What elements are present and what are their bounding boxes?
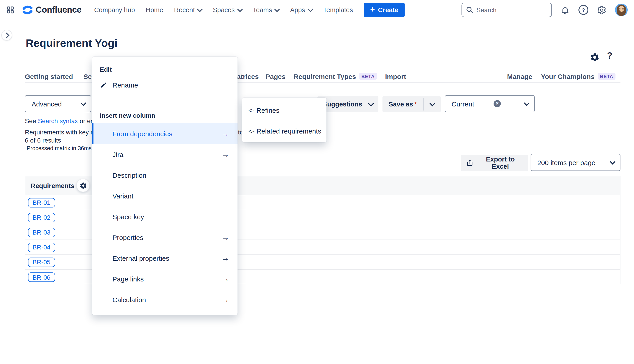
search-syntax-hint: See Search syntax or enter — [25, 117, 93, 126]
search-syntax-link[interactable]: Search syntax — [38, 117, 78, 124]
confluence-mark-icon — [22, 4, 34, 16]
arrow-right-icon: → — [221, 295, 229, 304]
tab-getting-started[interactable]: Getting started — [25, 72, 73, 80]
global-search — [462, 3, 552, 17]
chevron-down-icon — [197, 6, 203, 12]
requirement-key-link[interactable]: BR-05 — [28, 257, 55, 267]
confluence-logo[interactable]: Confluence — [22, 4, 82, 16]
chevron-down-icon — [368, 100, 374, 106]
menu-divider — [92, 105, 238, 105]
sidebar-expand-button[interactable] — [1, 30, 12, 40]
app-settings-gear-icon[interactable] — [590, 52, 600, 64]
menu-item-page-links[interactable]: Page links → — [92, 268, 238, 289]
nav-item-spaces[interactable]: Spaces — [213, 6, 242, 14]
nav-item-home[interactable]: Home — [146, 6, 163, 14]
arrow-right-icon: → — [221, 232, 229, 242]
arrow-right-icon: → — [221, 253, 229, 263]
baseline-select[interactable]: Current × — [445, 95, 535, 112]
tab-manage[interactable]: Manage — [507, 72, 532, 80]
menu-item-jira[interactable]: Jira → — [92, 144, 238, 165]
search-icon — [466, 6, 474, 16]
suggestions-button[interactable]: Suggestions — [317, 96, 378, 112]
requirement-key-link[interactable]: BR-04 — [28, 242, 55, 252]
menu-item-calculation[interactable]: Calculation → — [92, 289, 238, 310]
beta-badge: BETA — [598, 73, 615, 80]
menu-section-edit: Edit — [100, 66, 112, 73]
arrow-right-icon: → — [221, 150, 229, 159]
app-help-icon[interactable]: ? — [607, 50, 612, 61]
nav-item-templates[interactable]: Templates — [323, 6, 353, 14]
nav-right-group: ? — [462, 3, 628, 17]
dependencies-submenu: <- Refines <- Related requirements — [242, 98, 326, 142]
menu-section-insert-new-column: Insert new column — [100, 112, 155, 119]
create-button[interactable]: + Create — [364, 3, 405, 17]
save-as-split-button: Save as * — [382, 96, 441, 112]
tab-bar-middle: Pages Requirement TypesBETA Import — [266, 71, 406, 82]
plus-icon: + — [370, 6, 375, 14]
export-to-excel-button[interactable]: Export to Excel — [461, 155, 528, 171]
chevron-down-icon — [524, 100, 529, 106]
export-icon — [466, 159, 474, 167]
matrix-timing: Processed matrix in 36ms — [27, 145, 92, 152]
submenu-item-refines[interactable]: <- Refines — [242, 100, 326, 120]
column-settings-gear-button[interactable] — [77, 179, 89, 192]
arrow-right-icon: → — [221, 129, 229, 138]
help-icon[interactable]: ? — [578, 5, 588, 15]
notifications-bell-icon[interactable] — [560, 5, 570, 15]
requirement-key-link[interactable]: BR-03 — [28, 228, 55, 237]
search-input[interactable] — [462, 3, 552, 17]
chevron-down-icon — [429, 100, 435, 106]
menu-item-external-properties[interactable]: External properties → — [92, 248, 238, 268]
confluence-app: Confluence Company hub Home Recent Space… — [0, 0, 634, 364]
requirement-key-link[interactable]: BR-06 — [28, 272, 55, 282]
requirement-key-link[interactable]: BR-02 — [28, 213, 55, 222]
requirement-key-link[interactable]: BR-01 — [28, 198, 55, 207]
top-navigation-bar: Confluence Company hub Home Recent Space… — [0, 0, 634, 20]
nav-item-apps[interactable]: Apps — [290, 6, 312, 14]
chevron-down-icon — [80, 100, 86, 106]
chevron-right-icon — [4, 32, 9, 38]
nav-item-recent[interactable]: Recent — [174, 6, 202, 14]
user-avatar[interactable] — [615, 4, 628, 16]
results-summary-clipped: Requirements with key ma — [25, 128, 93, 137]
tab-pages[interactable]: Pages — [266, 72, 285, 80]
beta-badge: BETA — [359, 73, 377, 80]
chevron-down-icon — [274, 6, 280, 12]
sidebar-divider — [7, 22, 7, 364]
menu-item-rename[interactable]: Rename — [92, 77, 238, 93]
results-count: 6 of 6 results — [25, 137, 61, 144]
chevron-down-icon — [237, 6, 243, 12]
page-size-select[interactable]: 200 items per page — [531, 154, 620, 171]
arrow-right-icon: → — [221, 274, 229, 284]
app-switcher-icon[interactable] — [6, 6, 15, 14]
chevron-down-icon — [307, 6, 313, 12]
menu-item-from-dependencies[interactable]: From dependencies → — [92, 123, 238, 144]
menu-item-description[interactable]: Description — [92, 165, 238, 186]
submenu-item-related-requirements[interactable]: <- Related requirements — [242, 120, 326, 141]
nav-left-group: Confluence Company hub Home Recent Space… — [6, 3, 405, 17]
avatar-glasses — [619, 8, 624, 10]
save-as-dropdown-button[interactable] — [424, 96, 441, 112]
menu-item-space-key[interactable]: Space key — [92, 206, 238, 227]
save-as-button[interactable]: Save as * — [382, 96, 423, 112]
menu-item-variant[interactable]: Variant — [92, 186, 238, 206]
menu-item-list: From dependencies → Jira → Description V… — [92, 123, 238, 310]
tab-bar-right: Manage Your ChampionsBETA — [507, 71, 615, 82]
menu-item-properties[interactable]: Properties → — [92, 227, 238, 248]
tab-your-champions[interactable]: Your ChampionsBETA — [541, 72, 615, 80]
pencil-icon — [100, 82, 107, 88]
tab-import[interactable]: Import — [385, 72, 406, 80]
brand-wordmark: Confluence — [36, 5, 82, 15]
required-asterisk: * — [414, 100, 417, 108]
settings-gear-icon[interactable] — [597, 5, 606, 15]
nav-item-company-hub[interactable]: Company hub — [94, 6, 135, 14]
tab-requirement-types[interactable]: Requirement TypesBETA — [294, 72, 377, 80]
column-settings-menu: Edit Rename Insert new column From depen… — [92, 57, 238, 315]
clear-selection-icon[interactable]: × — [494, 100, 501, 107]
chevron-down-icon — [610, 158, 615, 164]
page-title: Requirement Yogi — [26, 37, 117, 50]
search-mode-select[interactable]: Advanced — [25, 95, 91, 112]
nav-item-teams[interactable]: Teams — [253, 6, 279, 14]
nav-menu-items: Company hub Home Recent Spaces Teams App… — [94, 6, 353, 14]
